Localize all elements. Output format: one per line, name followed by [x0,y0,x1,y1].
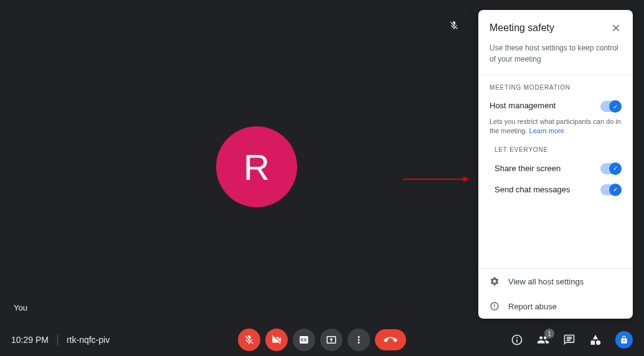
host-management-title: Host management [490,101,556,110]
gear-icon [490,276,500,286]
mic-muted-icon [449,21,459,30]
activities-button[interactable] [589,334,602,346]
report-abuse-label: Report abuse [508,302,557,311]
avatar: R [216,126,297,207]
share-screen-label: Share their screen [495,164,561,173]
bottom-left: 10:29 PM rtk-nqfc-piv [11,334,110,345]
bottom-bar: 10:29 PM rtk-nqfc-piv 1 [0,324,644,356]
view-all-host-settings-label: View all host settings [508,277,584,286]
participants-badge: 1 [544,329,554,339]
panel-title: Meeting safety [490,22,554,34]
panel-header: Meeting safety [478,10,633,42]
send-chat-row: Send chat messages ✓ [478,179,633,200]
send-chat-label: Send chat messages [495,185,570,194]
panel-footer: View all host settings Report abuse [478,268,633,319]
host-controls-button[interactable] [615,331,633,349]
meeting-code: rtk-nqfc-piv [67,335,110,345]
section-moderation-label: MEETING MODERATION [478,75,633,97]
close-panel-button[interactable] [610,22,622,34]
meeting-details-button[interactable] [511,334,523,346]
clock-time: 10:29 PM [11,335,49,345]
avatar-initial: R [244,146,270,188]
send-chat-toggle[interactable]: ✓ [600,184,622,195]
info-icon [490,301,500,311]
panel-subtitle: Use these host settings to keep control … [478,42,633,75]
let-everyone-label: LET EVERYONE [478,136,633,158]
self-label: You [14,303,27,312]
center-controls [238,329,406,351]
learn-more-link[interactable]: Learn more [529,127,564,134]
participants-button[interactable]: 1 [537,334,549,346]
share-screen-row: Share their screen ✓ [478,158,633,179]
report-abuse-button[interactable]: Report abuse [478,294,633,319]
chat-button[interactable] [563,334,575,346]
bottom-right: 1 [511,331,633,349]
mic-toggle-button[interactable] [238,329,260,351]
host-management-row: Host management ✓ [478,97,633,116]
host-management-toggle[interactable]: ✓ [600,101,622,112]
hangup-button[interactable] [375,329,406,350]
camera-toggle-button[interactable] [265,329,288,351]
more-options-button[interactable] [348,329,370,351]
captions-button[interactable] [293,329,315,351]
share-screen-toggle[interactable]: ✓ [600,163,622,174]
host-management-desc: Lets you restrict what participants can … [478,116,633,136]
meeting-safety-panel: Meeting safety Use these host settings t… [478,10,633,319]
divider [57,334,58,345]
present-button[interactable] [320,329,343,351]
view-all-host-settings-button[interactable]: View all host settings [478,269,633,294]
